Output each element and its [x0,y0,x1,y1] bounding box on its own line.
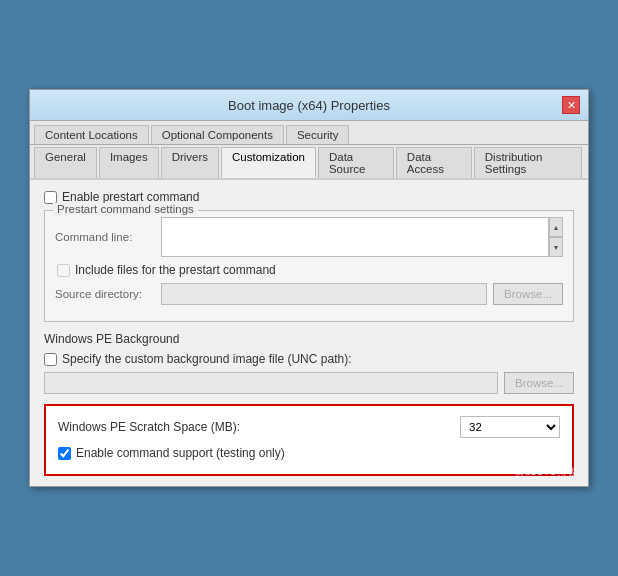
tab-drivers[interactable]: Drivers [161,147,219,178]
prestart-row: Enable prestart command [44,190,574,204]
tab-optional-components[interactable]: Optional Components [151,125,284,144]
command-line-row: Command line: ▲ ▼ [55,217,563,257]
dialog-window: Boot image (x64) Properties ✕ Content Lo… [29,89,589,487]
prestart-group-box: Prestart command settings Command line: … [44,210,574,322]
source-directory-input[interactable] [161,283,487,305]
tab-row-1: Content Locations Optional Components Se… [30,121,588,145]
window-title: Boot image (x64) Properties [56,98,562,113]
watermark: @51CTO博客 [515,465,577,479]
scroll-down-btn[interactable]: ▼ [549,237,563,257]
prestart-checkbox-label[interactable]: Enable prestart command [44,190,199,204]
tab-row-2: General Images Drivers Customization Dat… [30,145,588,180]
tab-customization[interactable]: Customization [221,147,316,178]
bg-checkbox-row: Specify the custom background image file… [44,352,574,366]
prestart-group-title: Prestart command settings [53,203,198,215]
tab-security[interactable]: Security [286,125,350,144]
bg-path-input[interactable] [44,372,498,394]
command-support-label[interactable]: Enable command support (testing only) [58,446,285,460]
highlighted-section: Windows PE Scratch Space (MB): 32 64 128… [44,404,574,476]
command-line-textarea[interactable] [161,217,563,257]
tab-images[interactable]: Images [99,147,159,178]
bg-checkbox-label[interactable]: Specify the custom background image file… [44,352,351,366]
scratch-space-select[interactable]: 32 64 128 256 512 [460,416,560,438]
include-files-checkbox[interactable] [57,264,70,277]
tab-general[interactable]: General [34,147,97,178]
prestart-checkbox[interactable] [44,191,57,204]
bg-checkbox[interactable] [44,353,57,366]
content-area: Enable prestart command Prestart command… [30,180,588,486]
close-button[interactable]: ✕ [562,96,580,114]
title-bar: Boot image (x64) Properties ✕ [30,90,588,121]
source-directory-label: Source directory: [55,288,155,300]
scratch-space-label: Windows PE Scratch Space (MB): [58,420,240,434]
browse-button-2[interactable]: Browse... [504,372,574,394]
browse-button-1[interactable]: Browse... [493,283,563,305]
scrollbar: ▲ ▼ [548,217,563,257]
include-files-label[interactable]: Include files for the prestart command [57,263,276,277]
windows-pe-bg-title: Windows PE Background [44,332,574,346]
command-support-checkbox[interactable] [58,447,71,460]
tab-content-locations[interactable]: Content Locations [34,125,149,144]
command-line-label: Command line: [55,231,155,243]
command-line-textarea-wrap: ▲ ▼ [161,217,563,257]
source-directory-row: Source directory: Browse... [55,283,563,305]
command-support-row: Enable command support (testing only) [58,446,560,460]
scratch-space-row: Windows PE Scratch Space (MB): 32 64 128… [58,416,560,438]
tab-distribution-settings[interactable]: Distribution Settings [474,147,582,178]
include-files-row: Include files for the prestart command [55,263,563,277]
bg-path-row: Browse... [44,372,574,394]
tab-data-source[interactable]: Data Source [318,147,394,178]
scroll-up-btn[interactable]: ▲ [549,217,563,237]
tab-data-access[interactable]: Data Access [396,147,472,178]
